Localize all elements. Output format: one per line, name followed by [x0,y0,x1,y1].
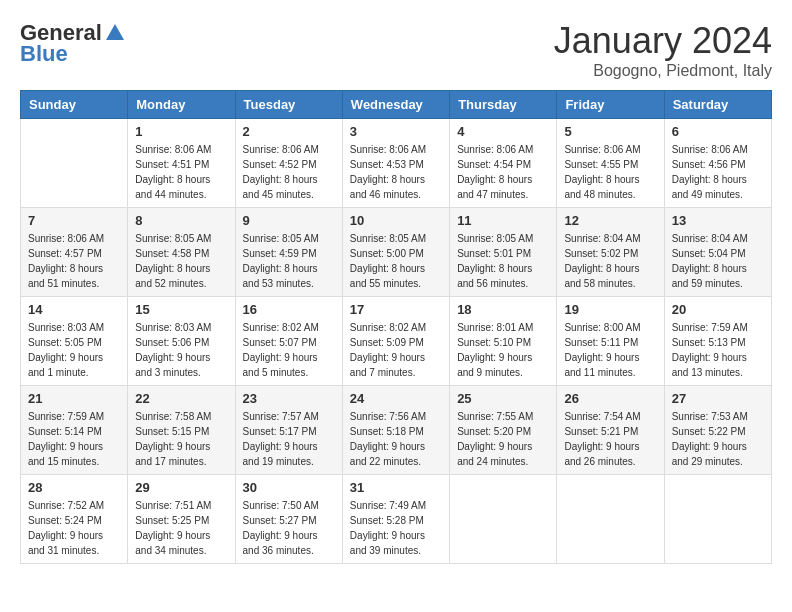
day-cell: 23Sunrise: 7:57 AMSunset: 5:17 PMDayligh… [235,386,342,475]
day-info: Sunrise: 7:59 AMSunset: 5:14 PMDaylight:… [28,409,120,469]
day-cell: 21Sunrise: 7:59 AMSunset: 5:14 PMDayligh… [21,386,128,475]
week-row-2: 7Sunrise: 8:06 AMSunset: 4:57 PMDaylight… [21,208,772,297]
day-info: Sunrise: 7:55 AMSunset: 5:20 PMDaylight:… [457,409,549,469]
header-sunday: Sunday [21,91,128,119]
day-number: 27 [672,391,764,406]
day-cell [557,475,664,564]
day-cell: 6Sunrise: 8:06 AMSunset: 4:56 PMDaylight… [664,119,771,208]
day-info: Sunrise: 8:02 AMSunset: 5:07 PMDaylight:… [243,320,335,380]
day-info: Sunrise: 7:58 AMSunset: 5:15 PMDaylight:… [135,409,227,469]
day-cell: 7Sunrise: 8:06 AMSunset: 4:57 PMDaylight… [21,208,128,297]
header-friday: Friday [557,91,664,119]
day-cell: 22Sunrise: 7:58 AMSunset: 5:15 PMDayligh… [128,386,235,475]
day-info: Sunrise: 8:06 AMSunset: 4:54 PMDaylight:… [457,142,549,202]
header-saturday: Saturday [664,91,771,119]
day-cell: 30Sunrise: 7:50 AMSunset: 5:27 PMDayligh… [235,475,342,564]
day-cell: 10Sunrise: 8:05 AMSunset: 5:00 PMDayligh… [342,208,449,297]
day-cell: 25Sunrise: 7:55 AMSunset: 5:20 PMDayligh… [450,386,557,475]
day-cell: 15Sunrise: 8:03 AMSunset: 5:06 PMDayligh… [128,297,235,386]
day-info: Sunrise: 8:02 AMSunset: 5:09 PMDaylight:… [350,320,442,380]
calendar-table: SundayMondayTuesdayWednesdayThursdayFrid… [20,90,772,564]
day-cell: 28Sunrise: 7:52 AMSunset: 5:24 PMDayligh… [21,475,128,564]
day-number: 5 [564,124,656,139]
day-number: 11 [457,213,549,228]
day-number: 10 [350,213,442,228]
day-cell: 12Sunrise: 8:04 AMSunset: 5:02 PMDayligh… [557,208,664,297]
day-cell: 2Sunrise: 8:06 AMSunset: 4:52 PMDaylight… [235,119,342,208]
day-number: 15 [135,302,227,317]
day-info: Sunrise: 8:03 AMSunset: 5:06 PMDaylight:… [135,320,227,380]
day-cell: 9Sunrise: 8:05 AMSunset: 4:59 PMDaylight… [235,208,342,297]
day-info: Sunrise: 8:06 AMSunset: 4:57 PMDaylight:… [28,231,120,291]
day-cell: 8Sunrise: 8:05 AMSunset: 4:58 PMDaylight… [128,208,235,297]
week-row-5: 28Sunrise: 7:52 AMSunset: 5:24 PMDayligh… [21,475,772,564]
day-cell: 4Sunrise: 8:06 AMSunset: 4:54 PMDaylight… [450,119,557,208]
day-number: 22 [135,391,227,406]
day-info: Sunrise: 8:03 AMSunset: 5:05 PMDaylight:… [28,320,120,380]
day-info: Sunrise: 8:05 AMSunset: 4:58 PMDaylight:… [135,231,227,291]
week-row-3: 14Sunrise: 8:03 AMSunset: 5:05 PMDayligh… [21,297,772,386]
day-cell [450,475,557,564]
day-number: 1 [135,124,227,139]
header-monday: Monday [128,91,235,119]
day-cell: 18Sunrise: 8:01 AMSunset: 5:10 PMDayligh… [450,297,557,386]
header-row: SundayMondayTuesdayWednesdayThursdayFrid… [21,91,772,119]
day-info: Sunrise: 8:06 AMSunset: 4:55 PMDaylight:… [564,142,656,202]
day-number: 29 [135,480,227,495]
day-number: 4 [457,124,549,139]
day-info: Sunrise: 8:05 AMSunset: 5:00 PMDaylight:… [350,231,442,291]
day-info: Sunrise: 7:53 AMSunset: 5:22 PMDaylight:… [672,409,764,469]
day-info: Sunrise: 8:00 AMSunset: 5:11 PMDaylight:… [564,320,656,380]
day-cell: 20Sunrise: 7:59 AMSunset: 5:13 PMDayligh… [664,297,771,386]
day-number: 12 [564,213,656,228]
day-number: 24 [350,391,442,406]
day-number: 19 [564,302,656,317]
day-info: Sunrise: 7:49 AMSunset: 5:28 PMDaylight:… [350,498,442,558]
day-number: 8 [135,213,227,228]
week-row-4: 21Sunrise: 7:59 AMSunset: 5:14 PMDayligh… [21,386,772,475]
day-number: 18 [457,302,549,317]
day-number: 7 [28,213,120,228]
day-info: Sunrise: 7:59 AMSunset: 5:13 PMDaylight:… [672,320,764,380]
day-info: Sunrise: 7:56 AMSunset: 5:18 PMDaylight:… [350,409,442,469]
location-title: Bogogno, Piedmont, Italy [554,62,772,80]
day-number: 26 [564,391,656,406]
day-info: Sunrise: 8:06 AMSunset: 4:53 PMDaylight:… [350,142,442,202]
header-wednesday: Wednesday [342,91,449,119]
day-info: Sunrise: 8:06 AMSunset: 4:52 PMDaylight:… [243,142,335,202]
day-cell [21,119,128,208]
day-number: 2 [243,124,335,139]
day-info: Sunrise: 7:52 AMSunset: 5:24 PMDaylight:… [28,498,120,558]
header-tuesday: Tuesday [235,91,342,119]
day-number: 6 [672,124,764,139]
logo-blue-text: Blue [20,41,68,67]
day-info: Sunrise: 7:50 AMSunset: 5:27 PMDaylight:… [243,498,335,558]
svg-marker-0 [106,24,124,40]
day-cell: 3Sunrise: 8:06 AMSunset: 4:53 PMDaylight… [342,119,449,208]
page-header: General Blue January 2024 Bogogno, Piedm… [20,20,772,80]
day-cell: 31Sunrise: 7:49 AMSunset: 5:28 PMDayligh… [342,475,449,564]
day-cell: 29Sunrise: 7:51 AMSunset: 5:25 PMDayligh… [128,475,235,564]
day-cell: 17Sunrise: 8:02 AMSunset: 5:09 PMDayligh… [342,297,449,386]
day-cell: 16Sunrise: 8:02 AMSunset: 5:07 PMDayligh… [235,297,342,386]
day-cell: 19Sunrise: 8:00 AMSunset: 5:11 PMDayligh… [557,297,664,386]
day-info: Sunrise: 8:04 AMSunset: 5:02 PMDaylight:… [564,231,656,291]
day-number: 23 [243,391,335,406]
day-cell: 11Sunrise: 8:05 AMSunset: 5:01 PMDayligh… [450,208,557,297]
day-number: 16 [243,302,335,317]
day-number: 9 [243,213,335,228]
day-cell: 24Sunrise: 7:56 AMSunset: 5:18 PMDayligh… [342,386,449,475]
day-info: Sunrise: 8:05 AMSunset: 5:01 PMDaylight:… [457,231,549,291]
day-number: 17 [350,302,442,317]
day-cell: 26Sunrise: 7:54 AMSunset: 5:21 PMDayligh… [557,386,664,475]
day-number: 14 [28,302,120,317]
day-number: 3 [350,124,442,139]
logo: General Blue [20,20,126,67]
header-thursday: Thursday [450,91,557,119]
day-cell: 27Sunrise: 7:53 AMSunset: 5:22 PMDayligh… [664,386,771,475]
day-number: 13 [672,213,764,228]
day-cell: 1Sunrise: 8:06 AMSunset: 4:51 PMDaylight… [128,119,235,208]
day-number: 30 [243,480,335,495]
month-title: January 2024 [554,20,772,62]
day-info: Sunrise: 7:54 AMSunset: 5:21 PMDaylight:… [564,409,656,469]
